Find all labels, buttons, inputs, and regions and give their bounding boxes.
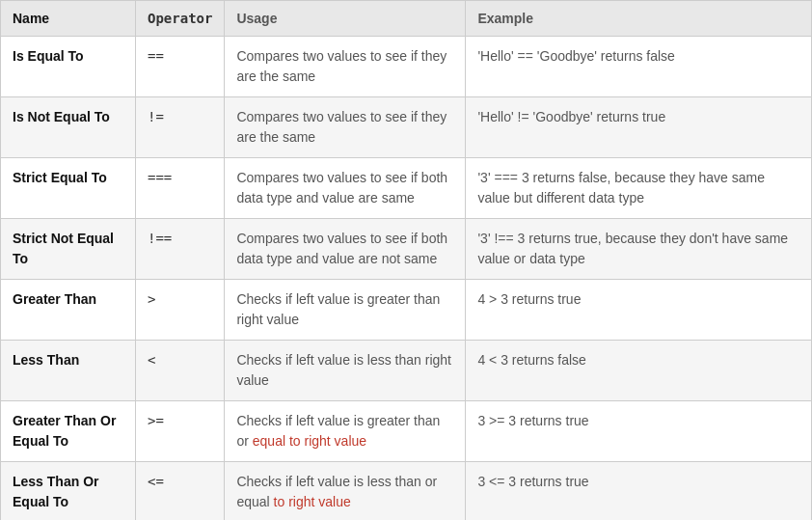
cell-usage: Compares two values to see if both data … [225, 158, 466, 219]
cell-name: Greater Than [1, 280, 136, 341]
cell-example: 'Hello' == 'Goodbye' returns false [466, 37, 812, 97]
cell-example: 4 > 3 returns true [466, 280, 812, 341]
header-name: Name [1, 1, 136, 37]
cell-operator: === [136, 158, 225, 219]
table-row: Less Than Or Equal To<=Checks if left va… [1, 462, 812, 521]
cell-usage: Checks if left value is less than or equ… [225, 462, 466, 521]
table-row: Greater Than>Checks if left value is gre… [1, 280, 812, 341]
cell-operator: == [136, 37, 225, 97]
header-usage: Usage [225, 1, 466, 37]
table-row: Less Than<Checks if left value is less t… [1, 341, 812, 401]
cell-example: '3' !== 3 returns true, because they don… [466, 219, 812, 280]
cell-operator: > [136, 280, 225, 341]
operators-table: Name Operator Usage Example Is Equal To=… [0, 0, 812, 520]
table-row: Greater Than Or Equal To>=Checks if left… [1, 401, 812, 462]
cell-usage: Compares two values to see if both data … [225, 219, 466, 280]
cell-name: Strict Not Equal To [1, 219, 136, 280]
cell-operator: < [136, 341, 225, 401]
cell-usage: Checks if left value is less than right … [225, 341, 466, 401]
header-operator: Operator [136, 1, 225, 37]
cell-operator: !== [136, 219, 225, 280]
cell-name: Is Equal To [1, 37, 136, 97]
cell-name: Greater Than Or Equal To [1, 401, 136, 462]
cell-example: 'Hello' != 'Goodbye' returns true [466, 97, 812, 158]
cell-operator: != [136, 97, 225, 158]
cell-name: Strict Equal To [1, 158, 136, 219]
cell-usage: Compares two values to see if they are t… [225, 37, 466, 97]
cell-name: Less Than Or Equal To [1, 462, 136, 521]
cell-example: 3 <= 3 returns true [466, 462, 812, 521]
table-row: Is Equal To==Compares two values to see … [1, 37, 812, 97]
cell-operator: >= [136, 401, 225, 462]
cell-example: 4 < 3 returns false [466, 341, 812, 401]
cell-example: 3 >= 3 returns true [466, 401, 812, 462]
cell-name: Less Than [1, 341, 136, 401]
table-row: Strict Equal To===Compares two values to… [1, 158, 812, 219]
header-example: Example [466, 1, 812, 37]
table-row: Strict Not Equal To!==Compares two value… [1, 219, 812, 280]
cell-operator: <= [136, 462, 225, 521]
cell-usage: Checks if left value is greater than or … [225, 401, 466, 462]
cell-example: '3' === 3 returns false, because they ha… [466, 158, 812, 219]
table-header-row: Name Operator Usage Example [1, 1, 812, 37]
cell-usage: Compares two values to see if they are t… [225, 97, 466, 158]
cell-usage: Checks if left value is greater than rig… [225, 280, 466, 341]
table-row: Is Not Equal To!=Compares two values to … [1, 97, 812, 158]
cell-name: Is Not Equal To [1, 97, 136, 158]
